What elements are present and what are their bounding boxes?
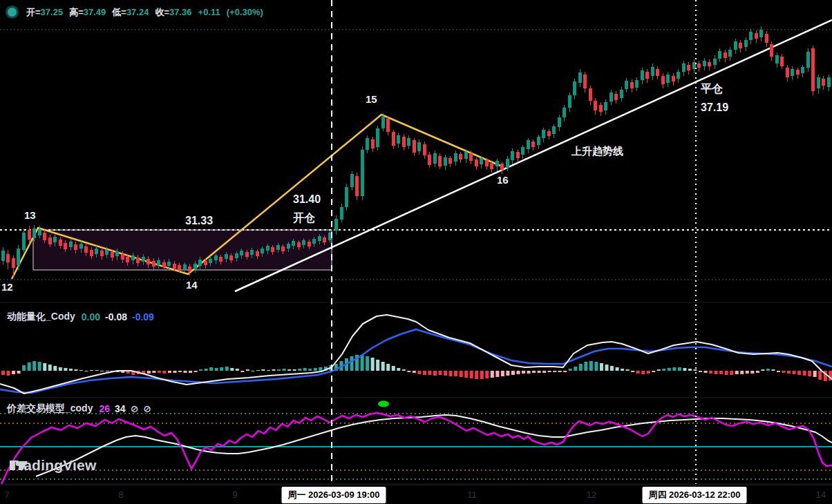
spread-legend: 价差交易模型_cody 2634⊘⊘ (7, 403, 156, 415)
candle (500, 164, 504, 170)
candle (578, 72, 582, 83)
histogram-bar (750, 371, 754, 374)
day-tick-label: 8 (118, 490, 123, 500)
histogram-bar (808, 371, 811, 376)
chart-annotation: 上升趋势线 (571, 145, 623, 158)
histogram-bar (220, 367, 223, 371)
candle (59, 240, 62, 246)
candle (485, 160, 489, 166)
candle (423, 144, 426, 155)
histogram-bar (262, 369, 265, 371)
ohlc-open: 开=37.25 (26, 6, 63, 19)
candle (433, 153, 437, 164)
histogram-bar (485, 371, 489, 378)
chart-annotation: 开仓 (293, 211, 315, 226)
histogram-bar (699, 371, 702, 372)
histogram-bar (407, 371, 410, 372)
candle (583, 75, 587, 88)
legend-value: 26 (99, 403, 110, 414)
candle (495, 161, 499, 166)
candle (635, 80, 639, 88)
spread-title[interactable]: 价差交易模型_cody (7, 403, 93, 415)
candle (397, 135, 400, 144)
candle (131, 255, 135, 260)
histogram-bar (240, 371, 244, 372)
histogram-bar (771, 369, 775, 371)
histogram-bar (719, 371, 723, 374)
histogram-bar (574, 367, 577, 371)
candle (6, 254, 10, 262)
histogram-bar (267, 370, 270, 371)
chart-annotation: 12 (1, 281, 13, 293)
histogram-bar (43, 363, 46, 371)
candle (371, 139, 375, 148)
candle (48, 238, 52, 244)
candle (568, 95, 571, 108)
series-marker-icon[interactable] (6, 6, 19, 19)
candle (69, 242, 73, 247)
histogram-bar (158, 371, 161, 373)
uptrend-line[interactable] (235, 20, 832, 291)
histogram-bar (652, 371, 655, 372)
histogram-bar (361, 355, 364, 371)
histogram-bar (17, 371, 21, 374)
histogram-bar (709, 371, 712, 374)
candle (100, 251, 104, 256)
histogram-bar (548, 371, 551, 372)
histogram-bar (439, 371, 442, 375)
chart-annotation: 16 (497, 174, 509, 186)
histogram-bar (657, 369, 661, 371)
candle (697, 64, 701, 68)
tradingview-watermark[interactable]: TradingView (10, 457, 97, 474)
candle (334, 219, 338, 231)
candle (386, 119, 390, 132)
spread-white-line (36, 415, 832, 476)
histogram-bar (423, 371, 426, 375)
candle (79, 244, 83, 249)
candle (308, 242, 311, 246)
histogram-bar (647, 371, 650, 374)
candle (17, 249, 20, 265)
momentum-title[interactable]: 动能量化_Cody (7, 311, 75, 323)
legend-value: ⊘ (143, 403, 151, 414)
candle (796, 70, 800, 75)
candle (214, 255, 218, 260)
candle (402, 137, 406, 147)
candle (64, 243, 67, 249)
candle (749, 32, 753, 40)
candle (126, 257, 129, 262)
histogram-bar (283, 369, 286, 371)
candle (142, 257, 145, 262)
histogram-bar (506, 371, 509, 376)
signal-dot[interactable] (378, 401, 389, 407)
candle (594, 101, 597, 110)
candle (271, 247, 274, 252)
histogram-bar (392, 366, 395, 371)
histogram-bar (168, 371, 171, 373)
histogram-bar (454, 371, 457, 376)
histogram-bar (464, 371, 468, 378)
histogram-bar (793, 371, 796, 374)
candle (312, 239, 316, 244)
histogram-bar (589, 361, 593, 371)
candle (178, 265, 181, 270)
chart-annotation: 14 (186, 279, 198, 291)
candle (318, 236, 321, 241)
histogram-bar (287, 369, 291, 371)
histogram-bar (449, 371, 453, 376)
day-tick-label: 14 (816, 490, 826, 500)
candle (641, 70, 644, 80)
candle (531, 142, 535, 147)
consolidation-box[interactable] (33, 230, 332, 270)
candle (780, 57, 784, 66)
histogram-bar (735, 371, 739, 374)
candle (822, 79, 825, 86)
candle (43, 233, 46, 240)
histogram-bar (397, 368, 400, 371)
time-axis[interactable]: 789111214周一 2026-03-09 19:00周四 2026-03-1… (0, 485, 832, 504)
histogram-bar (475, 371, 478, 379)
candle (281, 246, 285, 251)
candle (407, 138, 410, 146)
histogram-bar (314, 368, 317, 371)
ohlc-change: +0.11 (198, 7, 220, 17)
